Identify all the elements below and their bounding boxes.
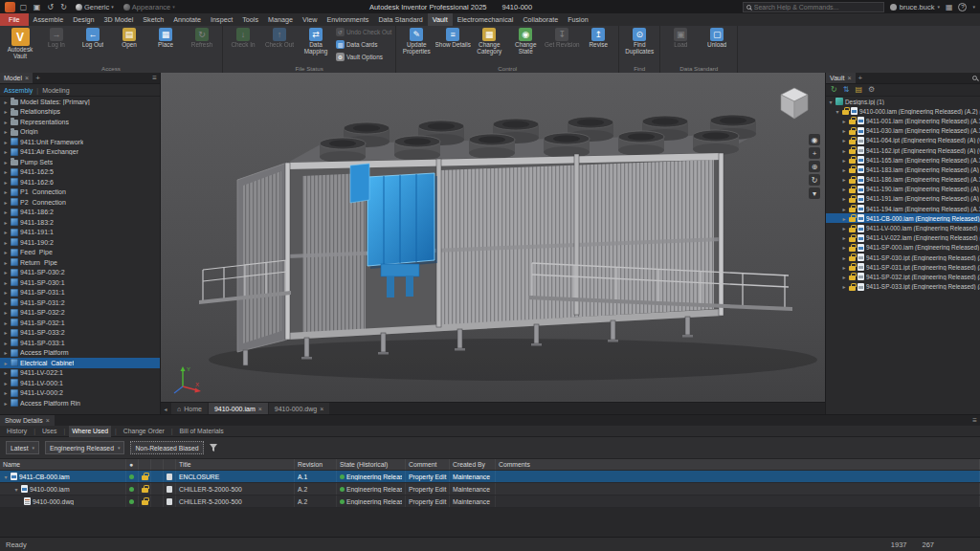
panel-menu-icon[interactable]: ≡	[969, 415, 980, 426]
expand-arrow-icon[interactable]: ▸	[3, 168, 9, 175]
expand-arrow-icon[interactable]: ▸	[3, 249, 9, 255]
expand-arrow-icon[interactable]: ▸	[841, 225, 847, 231]
tree-item-feed-pipe[interactable]: ▸Feed_Pipe	[0, 248, 160, 258]
add-tab-button[interactable]: +	[856, 73, 866, 83]
tab-bill-of-materials[interactable]: Bill of Materials	[177, 426, 227, 437]
tree-item-pump-sets[interactable]: ▸Pump Sets	[0, 157, 160, 167]
vault-item-9411-191-iam[interactable]: ▸9411-191.iam (Engineering Released) (A)…	[826, 194, 980, 204]
expand-arrow-icon[interactable]: ▸	[3, 340, 9, 346]
ribbon-tab-3d-model[interactable]: 3D Model	[100, 13, 139, 26]
vault-item-9411-064-ipt[interactable]: ▸9411-064.ipt (Engineering Released) (A)…	[826, 136, 980, 145]
panel-menu-icon[interactable]: ≡	[149, 73, 160, 83]
state-filter-dropdown[interactable]: Engineering Released▾	[45, 441, 124, 454]
tree-item-access-platform-rin[interactable]: ▸Access Platform Rin	[0, 398, 160, 408]
close-icon[interactable]: ×	[258, 406, 262, 412]
tree-item-access-platform[interactable]: ▸Access Platform	[0, 348, 160, 359]
tree-item-electrical-cabinet[interactable]: ▸Electrical_Cabinet	[0, 358, 160, 368]
expand-arrow-icon[interactable]: ▸	[3, 108, 9, 115]
ribbon-tab-fusion[interactable]: Fusion	[563, 13, 593, 26]
vault-item-9411-165-iam[interactable]: ▸9411-165.iam (Engineering Released) (A.…	[826, 155, 980, 165]
tree-item-p2-connection[interactable]: ▸P2_Connection	[0, 197, 160, 208]
tab-uses[interactable]: Uses	[39, 426, 60, 437]
ribbon-tab-inspect[interactable]: Inspect	[206, 13, 237, 26]
tree-item-9411-sp-033-2[interactable]: ▸9411-SP-033:2	[0, 328, 160, 339]
new-icon[interactable]: ▢	[18, 2, 29, 12]
expand-arrow-icon[interactable]: ▸	[3, 179, 9, 186]
tree-item-9411-186-2[interactable]: ▸9411-186:2	[0, 208, 160, 218]
vault-item-9411-194-iam[interactable]: ▸9411-194.iam (Engineering Released) (A.…	[826, 204, 980, 213]
expand-arrow-icon[interactable]: ▸	[3, 279, 9, 286]
help-caret-icon[interactable]: ▾	[972, 4, 975, 10]
tree-item-representations[interactable]: ▸Representations	[0, 117, 160, 127]
help-search[interactable]	[743, 2, 884, 12]
non-released-biased-toggle[interactable]: Non-Released Biased	[130, 441, 203, 454]
navigation-wheel-icon[interactable]: ◉	[809, 134, 820, 145]
expand-arrow-icon[interactable]: ▸	[3, 219, 9, 226]
expand-arrow-icon[interactable]: ▸	[841, 283, 847, 290]
tree-item-9411-lv-000-1[interactable]: ▸9411-LV-000:1	[0, 378, 160, 388]
ribbon-tab-vault[interactable]: Vault	[428, 13, 453, 26]
table-row[interactable]: ▾9410-000.iamCHILLER-5-2000-500A.2Engine…	[0, 483, 980, 496]
autodesk-vault-button[interactable]: VAutodesk Vault	[2, 26, 38, 62]
ribbon-tab-view[interactable]: View	[298, 13, 322, 26]
expand-arrow-icon[interactable]: ▸	[3, 148, 9, 155]
place-button[interactable]: ▦Place	[147, 26, 184, 62]
vault-item-9411-183-iam[interactable]: ▸9411-183.iam (Engineering Released) (A)…	[826, 165, 980, 174]
change-category-button[interactable]: ▦Change Category	[471, 26, 507, 62]
tree-item-9411-lv-022-1[interactable]: ▸9411-LV-022:1	[0, 368, 160, 379]
document-tab-9410-000-iam[interactable]: 9410-000.iam×	[209, 403, 268, 414]
browser-tab-assembly[interactable]: Assembly	[4, 87, 33, 94]
show-details-button[interactable]: ≡Show Details	[434, 26, 471, 62]
vault-item-9410-000-iam[interactable]: ▾9410-000.iam (Engineering Released) (A.…	[826, 106, 980, 116]
tree-item-9411-190-2[interactable]: ▸9411-190:2	[0, 237, 160, 248]
document-tab-home[interactable]: ⌂Home	[171, 403, 208, 414]
expand-arrow-icon[interactable]: ▸	[3, 119, 9, 125]
expand-arrow-icon[interactable]: ▸	[841, 206, 847, 212]
expand-arrow-icon[interactable]: ▸	[841, 274, 847, 280]
expand-arrow-icon[interactable]: ▾	[835, 108, 840, 115]
expand-arrow-icon[interactable]: ▸	[841, 244, 847, 251]
vault-panel-tab[interactable]: Vault×	[826, 73, 856, 83]
ribbon-tab-collaborate[interactable]: Collaborate	[518, 13, 563, 26]
vault-item-9411-030-iam[interactable]: ▸9411-030.iam (Engineering Released) (A.…	[826, 126, 980, 136]
column-header-icon-3[interactable]	[151, 459, 164, 470]
refresh-icon[interactable]: ↻	[831, 86, 837, 94]
close-icon[interactable]: ×	[847, 75, 851, 81]
version-filter-dropdown[interactable]: Latest▾	[6, 441, 39, 454]
tree-item-9411-sp-030-1[interactable]: ▸9411-SP-030:1	[0, 277, 160, 288]
open-button[interactable]: ▤Open	[111, 26, 147, 62]
column-header-created-by[interactable]: Created By	[450, 459, 496, 470]
vault-item-9411-lv-022-iam[interactable]: ▸9411-LV-022.iam (Engineering Released) …	[826, 233, 980, 243]
filter-icon[interactable]	[210, 444, 217, 452]
column-header-title[interactable]: Title	[176, 459, 295, 470]
ribbon-tab-electromechanical[interactable]: Electromechanical	[453, 13, 519, 26]
orbit-icon[interactable]: ↻	[809, 174, 820, 186]
vault-item-9411-sp-030-ipt[interactable]: ▸9411-SP-030.ipt (Engineering Released) …	[826, 253, 980, 262]
expand-arrow-icon[interactable]: ▸	[3, 309, 9, 316]
tab-change-order[interactable]: Change Order	[121, 426, 167, 437]
expand-arrow-icon[interactable]: ▸	[841, 137, 847, 143]
expand-arrow-icon[interactable]: ▸	[841, 118, 847, 124]
ribbon-tab-annotate[interactable]: Annotate	[168, 13, 206, 26]
expand-arrow-icon[interactable]: ▸	[3, 139, 9, 145]
table-row[interactable]: ▾9411-CB-000.iamENCLOSUREA.1Engineering …	[0, 471, 980, 483]
close-icon[interactable]: ×	[25, 75, 29, 81]
load-button[interactable]: ▣Load	[662, 26, 699, 62]
tree-item-9411-sp-031-1[interactable]: ▸9411-SP-031:1	[0, 288, 160, 298]
vault-item-9411-001-iam[interactable]: ▸9411-001.iam (Engineering Released) (A.…	[826, 116, 980, 125]
tree-item-9411-191-1[interactable]: ▸9411-191:1	[0, 228, 160, 238]
change-state-button[interactable]: ◉Change State	[507, 26, 544, 62]
expand-arrow-icon[interactable]: ▸	[3, 99, 9, 105]
column-header-name[interactable]: Name	[0, 459, 126, 470]
tree-item-9411-183-2[interactable]: ▸9411-183:2	[0, 217, 160, 228]
check-in-out-icon[interactable]: ⇅	[843, 86, 850, 94]
account-menu[interactable]: bruce.buck▾	[890, 3, 940, 11]
material-dropdown[interactable]: Generic▾	[73, 3, 117, 11]
tree-item-relationships[interactable]: ▸Relationships	[0, 107, 160, 118]
save-icon[interactable]: ▣	[32, 2, 42, 12]
tree-item-9411-unit-framework[interactable]: ▸9411:Unit Framework	[0, 137, 160, 147]
browser-tab-modeling[interactable]: Modeling	[42, 87, 69, 94]
document-tab-9410-000-dwg[interactable]: 9410-000.dwg×	[269, 403, 329, 414]
vault-item-9411-sp-032-ipt[interactable]: ▸9411-SP-032.ipt (Engineering Released) …	[826, 272, 980, 281]
expand-arrow-icon[interactable]: ▾	[13, 486, 19, 493]
